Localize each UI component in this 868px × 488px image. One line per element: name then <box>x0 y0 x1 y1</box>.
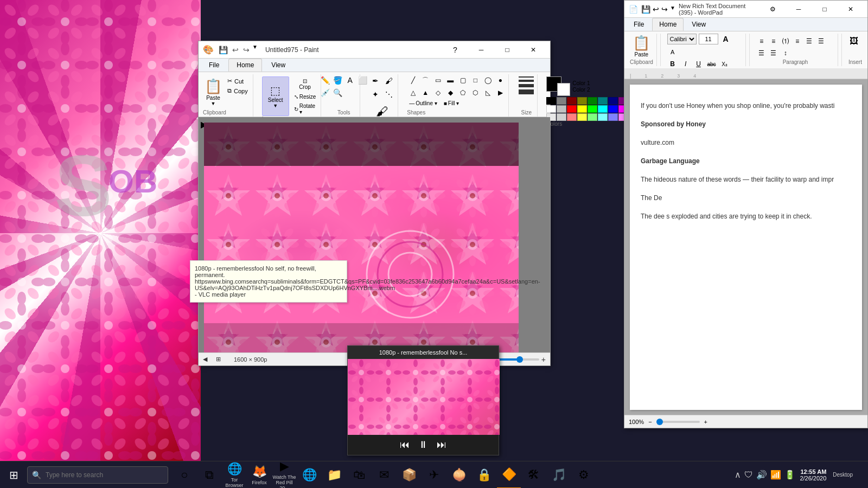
paint-color-swatch-34[interactable] <box>608 113 618 121</box>
paint-shape-tri[interactable]: △ <box>407 87 419 99</box>
taskbar-start-btn[interactable]: ⊞ <box>0 461 27 489</box>
wordpad-bold-btn[interactable]: B <box>667 59 678 69</box>
paint-color-swatch-1[interactable] <box>557 97 566 105</box>
wordpad-undo-btn[interactable]: ↩ <box>653 5 659 14</box>
taskbar-tools-btn[interactable]: 🛠 <box>522 461 546 489</box>
wordpad-tab-home[interactable]: Home <box>652 18 684 31</box>
wordpad-maximize-btn[interactable]: □ <box>812 1 837 18</box>
paint-shape-line[interactable]: ╱ <box>407 74 419 86</box>
taskbar-media-btn[interactable]: 🎵 <box>547 461 571 489</box>
paint-tab-home[interactable]: Home <box>228 59 262 72</box>
system-clock[interactable]: 12:55 AM 2/26/2020 <box>800 468 826 481</box>
wordpad-document[interactable]: If you don't use Honey when you shop onl… <box>624 79 867 415</box>
paint-shape-pent[interactable]: ⬠ <box>457 87 469 99</box>
taskbar-amazon-btn[interactable]: 📦 <box>397 461 421 489</box>
wordpad-italic-btn[interactable]: I <box>680 59 691 69</box>
wordpad-bullets-btn[interactable]: ≡ <box>792 36 803 47</box>
wordpad-font-shrink-btn[interactable]: A <box>667 47 678 57</box>
paint-size-4[interactable] <box>519 89 534 94</box>
paint-magnifier-btn[interactable]: 🔍 <box>331 87 343 99</box>
paint-color-swatch-29[interactable] <box>557 113 566 121</box>
paint-color-swatch-2[interactable] <box>567 97 577 105</box>
paint-fill-btn[interactable]: 🪣 <box>331 74 343 86</box>
paint-shape-ellipse-filled[interactable]: ● <box>494 74 506 86</box>
wordpad-zoom-slider[interactable] <box>656 421 700 423</box>
paint-copy-btn[interactable]: ⧉ Copy <box>225 86 251 95</box>
paint-select-btn[interactable]: ⬚ Select ▼ <box>262 76 289 116</box>
taskbar-tripadvisor-btn[interactable]: ✈ <box>422 461 446 489</box>
tray-battery-icon[interactable]: 🔋 <box>784 470 795 480</box>
paint-color-swatch-33[interactable] <box>598 113 608 121</box>
taskbar-search-input[interactable] <box>46 471 154 479</box>
wordpad-font-family[interactable]: Calibri <box>667 34 697 44</box>
paint-minimize-btn[interactable]: ─ <box>469 41 494 59</box>
paint-zoom-fit-icon[interactable]: ⊞ <box>216 356 221 363</box>
wordpad-numbering-btn[interactable]: ⑴ <box>780 36 791 47</box>
wordpad-insert-picture-btn[interactable]: 🖼 <box>848 36 859 47</box>
taskbar-edge-btn[interactable]: 🌐 <box>297 461 321 489</box>
paint-outline-btn[interactable]: — Outline ▾ <box>407 100 439 107</box>
paint-shape-rect[interactable]: ▭ <box>432 74 444 86</box>
paint-size-3[interactable] <box>519 84 534 87</box>
tray-volume-icon[interactable]: 🔊 <box>756 470 767 480</box>
wordpad-tab-view[interactable]: View <box>685 18 713 31</box>
paint-shape-right-tri[interactable]: ◺ <box>482 87 494 99</box>
taskbar-vlc-btn[interactable]: 🔶 <box>497 461 521 489</box>
wordpad-align-center-btn[interactable]: ☰ <box>816 36 827 47</box>
paint-color-2-box[interactable] <box>557 83 570 96</box>
taskbar-onion-btn[interactable]: 🧅 <box>447 461 471 489</box>
paint-brush-3[interactable]: ✦ <box>369 88 382 101</box>
wordpad-font-grow-btn[interactable]: A <box>720 34 731 44</box>
wordpad-justify-btn[interactable]: ☰ <box>768 48 779 59</box>
wordpad-settings-btn[interactable]: ⚙ <box>760 1 785 18</box>
paint-text-btn[interactable]: A <box>344 74 356 86</box>
vlc-prev-btn[interactable]: ⏮ <box>400 439 410 451</box>
wordpad-indent-more-btn[interactable]: ≡ <box>756 36 767 47</box>
wordpad-close-btn[interactable]: ✕ <box>838 1 863 18</box>
paint-color-swatch-30[interactable] <box>567 113 577 121</box>
wordpad-minimize-btn[interactable]: ─ <box>786 1 811 18</box>
paint-undo-btn[interactable]: ↩ <box>231 44 240 56</box>
paint-canvas[interactable] <box>204 123 519 352</box>
paint-size-1[interactable] <box>519 76 534 78</box>
tray-wifi-icon[interactable]: 📶 <box>770 470 781 480</box>
paint-tab-file[interactable]: File <box>201 59 227 72</box>
taskbar-vpn-btn[interactable]: 🔒 <box>472 461 496 489</box>
paint-paste-btn[interactable]: 📋 Paste ▼ <box>203 76 224 108</box>
paint-crop-btn[interactable]: ⊡ Crop <box>291 76 319 92</box>
paint-resize-btn[interactable]: ⤡ Resize <box>291 93 319 101</box>
paint-color-swatch-15[interactable] <box>557 105 566 113</box>
wordpad-line-spacing-btn[interactable]: ↕ <box>780 48 791 59</box>
paint-color-swatch-31[interactable] <box>577 113 587 121</box>
paint-color-swatch-18[interactable] <box>588 105 597 113</box>
paint-shape-rect-round[interactable]: ▢ <box>457 74 469 86</box>
paint-color-swatch-19[interactable] <box>598 105 608 113</box>
paint-color-swatch-3[interactable] <box>577 97 587 105</box>
paint-tab-view[interactable]: View <box>263 59 293 72</box>
paint-shape-diam-filled[interactable]: ◆ <box>444 87 456 99</box>
wordpad-indent-less-btn[interactable]: ≡ <box>768 36 779 47</box>
paint-color-swatch-0[interactable] <box>546 97 556 105</box>
wordpad-redo-btn[interactable]: ↪ <box>661 5 668 14</box>
paint-redo-btn[interactable]: ↪ <box>241 44 251 56</box>
paint-scroll-left-icon[interactable]: ◀ <box>203 356 207 363</box>
paint-help-btn[interactable]: ? <box>443 41 468 59</box>
paint-canvas-area[interactable]: ▶ <box>199 117 550 352</box>
paint-color-swatch-6[interactable] <box>608 97 618 105</box>
paint-pencil-btn[interactable]: ✏️ <box>319 74 331 86</box>
paint-shape-curve[interactable]: ⌒ <box>419 74 431 86</box>
vlc-next-btn[interactable]: ⏭ <box>437 439 446 451</box>
wordpad-drop-icon[interactable]: ▼ <box>670 5 675 14</box>
taskbar-taskview-btn[interactable]: ⧉ <box>197 461 221 489</box>
wordpad-paste-btn[interactable]: 📋 Paste <box>630 34 653 59</box>
wordpad-save-icon[interactable]: 💾 <box>641 5 650 14</box>
wordpad-zoom-out-btn[interactable]: − <box>648 419 652 425</box>
paint-color-swatch-4[interactable] <box>588 97 597 105</box>
paint-color-swatch-5[interactable] <box>598 97 608 105</box>
paint-shape-diam[interactable]: ◇ <box>432 87 444 99</box>
tray-network-icon[interactable]: ∧ <box>735 470 741 480</box>
taskbar-extra-btn[interactable]: ⚙ <box>572 461 596 489</box>
taskbar-app-torbrowser[interactable]: 🌐 Tor Browser <box>222 461 246 489</box>
paint-brush-1[interactable]: ✒ <box>369 74 382 87</box>
paint-close-btn[interactable]: ✕ <box>521 41 546 59</box>
